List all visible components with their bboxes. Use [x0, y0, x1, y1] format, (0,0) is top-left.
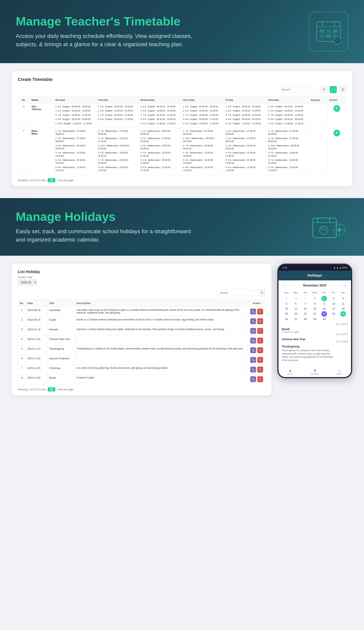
- holiday-toolbar: ↻: [18, 289, 266, 296]
- phone-footer-menu[interactable]: ☰ Menu: [337, 370, 342, 375]
- h-row-action: ✏️ 🗑️: [248, 355, 266, 364]
- cal-day[interactable]: 6: [291, 301, 301, 306]
- delete-button[interactable]: 🗑️: [257, 366, 263, 372]
- h-row-date: 2023-11-02: [26, 374, 47, 384]
- cal-day[interactable]: 1: [329, 317, 338, 322]
- cal-day[interactable]: 14: [301, 306, 310, 311]
- session-select[interactable]: 2022-23: [18, 280, 37, 285]
- table-row: 5 2023-11-23 Thanksgiving Thanksgiving i…: [18, 345, 266, 355]
- class-entry: 5. 5 A - Mathematics : 10:30:00 - 11:00:…: [183, 159, 222, 165]
- cal-day[interactable]: 20: [291, 311, 301, 317]
- cal-day[interactable]: 28: [301, 317, 310, 322]
- edit-button[interactable]: ✏️: [250, 328, 256, 334]
- cal-day[interactable]: 16: [320, 306, 329, 311]
- cal-day[interactable]: 3: [329, 296, 338, 301]
- cal-day[interactable]: 10: [329, 301, 338, 306]
- cal-next-button[interactable]: ›: [342, 283, 348, 288]
- table-row: 7 2023-12-25 Christmas It is a time for …: [18, 364, 266, 374]
- cal-day[interactable]: 29: [310, 317, 320, 322]
- holiday-refresh-button[interactable]: ↻: [258, 289, 266, 296]
- edit-button[interactable]: ✏️: [250, 338, 256, 344]
- table-row-action: 👁: [328, 104, 346, 128]
- cal-day[interactable]: 5: [282, 301, 291, 306]
- table-row: 4 2023-11-02 Chinese New Year - ✏️ 🗑️: [18, 336, 266, 345]
- edit-button[interactable]: ✏️: [250, 366, 256, 372]
- class-entry: 3. 3 A - Mathematics : 09:00:00 - 09:30:…: [141, 144, 180, 150]
- delete-button[interactable]: 🗑️: [257, 318, 263, 324]
- class-entry: 2. 6 A - English : 10:00:00 - 10:30:00: [141, 109, 180, 112]
- delete-button[interactable]: 🗑️: [257, 328, 263, 334]
- view-button[interactable]: 👁: [334, 105, 340, 112]
- h-row-desc: -: [75, 355, 248, 364]
- col-wednesday: Wednesday: [139, 96, 182, 104]
- delete-button[interactable]: 🗑️: [257, 338, 263, 344]
- table-row-saturday: 1. 5 A - English : 09:30:00 - 10:00:002.…: [266, 104, 309, 128]
- h-row-desc: Navratri is a Hindu festival lasting nin…: [75, 326, 248, 336]
- h-row-no: 4: [18, 336, 26, 345]
- class-entry: 4. 8 A - English : 08:00:00 - 08:30:00: [225, 118, 265, 121]
- diwali-subtitle: Festival of Lights: [282, 331, 299, 334]
- table-row-tuesday: 1. 1 A - Mathematics : 07:30:00 - 09:00:…: [96, 128, 139, 175]
- cal-day[interactable]: 8: [310, 301, 320, 306]
- cal-day[interactable]: 31: [301, 296, 310, 301]
- timetable-toolbar: ↻ ⋮⋮ ☰: [18, 86, 346, 93]
- edit-button[interactable]: ✏️: [250, 308, 256, 314]
- cal-day[interactable]: 1: [310, 296, 320, 301]
- cal-day[interactable]: 22: [310, 311, 320, 317]
- cal-day[interactable]: 9: [320, 301, 329, 306]
- cal-day[interactable]: 30: [320, 317, 329, 322]
- delete-button[interactable]: 🗑️: [257, 357, 263, 363]
- holiday-table: No. Date Title Description Action 1 2023…: [18, 300, 266, 384]
- col-friday: Friday: [224, 96, 266, 104]
- class-entry: 2. 2 A - Mathematics : 07:30:00 - 08:00:…: [141, 137, 180, 143]
- holiday-search-input[interactable]: [217, 290, 256, 296]
- holidays-title-accent: Holidays: [65, 210, 115, 223]
- table-row-name: Brian Miller: [30, 128, 54, 175]
- timetable-rows-badge[interactable]: 10: [48, 178, 55, 182]
- timetable-refresh-button[interactable]: ↻: [320, 86, 327, 93]
- cal-day[interactable]: 24: [329, 311, 338, 317]
- edit-button[interactable]: ✏️: [250, 376, 256, 382]
- cal-day[interactable]: 17: [329, 306, 338, 311]
- delete-button[interactable]: 🗑️: [257, 347, 263, 353]
- svg-point-16: [320, 226, 328, 234]
- cal-day[interactable]: 30: [291, 296, 301, 301]
- cal-day[interactable]: 29: [282, 296, 291, 301]
- holiday-rows-badge[interactable]: 10: [48, 387, 55, 392]
- view-button[interactable]: 👁: [334, 130, 340, 136]
- phone-footer-holidays[interactable]: 📅 Holidays: [311, 370, 319, 375]
- delete-button[interactable]: 🗑️: [257, 308, 263, 314]
- hero-text-timetable: Manage Teacher's Timetable Access your d…: [16, 14, 297, 48]
- cal-day[interactable]: 7: [301, 301, 310, 306]
- phone-footer-home[interactable]: 🏠 Home: [287, 370, 293, 375]
- cal-day[interactable]: 2: [338, 317, 348, 322]
- cal-prev-button[interactable]: ‹: [282, 283, 287, 288]
- cal-day[interactable]: 12: [282, 306, 291, 311]
- class-entry: 3. 7 A - English : 10:30:00 - 11:00:00: [55, 114, 95, 116]
- cal-day[interactable]: 18: [338, 306, 348, 311]
- cal-day[interactable]: 21: [301, 311, 310, 317]
- cal-day[interactable]: 11: [338, 301, 348, 306]
- svg-line-19: [326, 226, 327, 227]
- delete-button[interactable]: 🗑️: [257, 376, 263, 382]
- cal-day[interactable]: 27: [291, 317, 301, 322]
- cal-day[interactable]: 4: [338, 296, 348, 301]
- class-entry: 1. 1 A - Mathematics : 07:30:00 - 08:00:…: [183, 130, 222, 136]
- cal-day[interactable]: 25: [340, 311, 346, 317]
- class-entry: 5. 10 A - English : 11:00:00 - 11:30:00: [55, 122, 95, 125]
- col-saturday: Saturday: [266, 96, 309, 104]
- cal-day[interactable]: 13: [291, 306, 301, 311]
- timetable-list-button[interactable]: ☰: [339, 86, 346, 93]
- edit-button[interactable]: ✏️: [250, 357, 256, 363]
- timetable-search-input[interactable]: [279, 86, 318, 93]
- cal-day[interactable]: 2: [322, 296, 327, 301]
- h-row-action: ✏️ 🗑️: [248, 336, 266, 345]
- cal-day[interactable]: 26: [282, 317, 291, 322]
- cal-day[interactable]: 19: [282, 311, 291, 317]
- edit-button[interactable]: ✏️: [250, 318, 256, 324]
- cal-day[interactable]: 15: [310, 306, 320, 311]
- timetable-grid-button[interactable]: ⋮⋮: [330, 86, 337, 93]
- edit-button[interactable]: ✏️: [250, 347, 256, 353]
- class-entry: 4. 9 A - English : 08:30:00 - 11:30:00: [98, 118, 137, 121]
- cal-day[interactable]: 23: [322, 311, 327, 317]
